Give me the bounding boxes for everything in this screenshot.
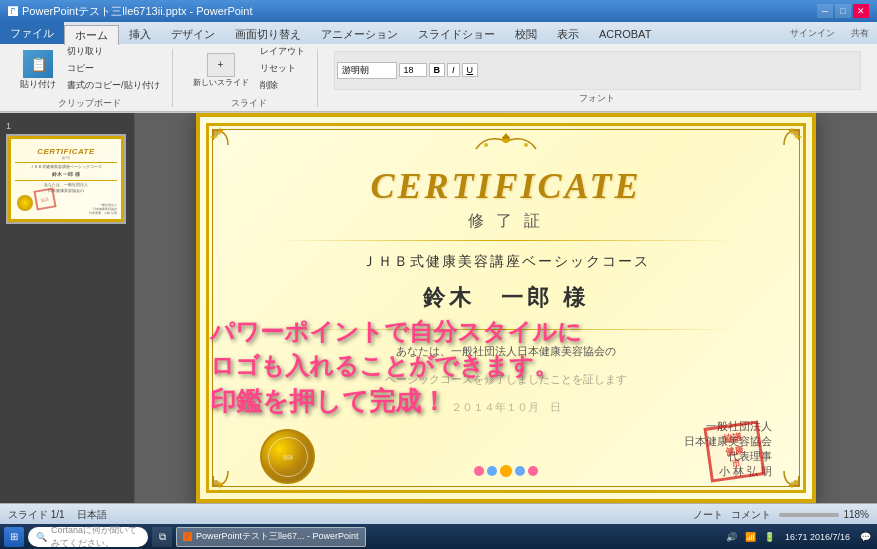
deco-circle-1 xyxy=(474,466,484,476)
font-size-selector[interactable]: 18 xyxy=(399,63,427,77)
maximize-button[interactable]: □ xyxy=(835,4,851,18)
cert-stamp-line2: 健康 xyxy=(725,444,745,459)
cert-thumb-divider2 xyxy=(15,180,117,181)
search-icon: 🔍 xyxy=(36,532,47,542)
slide-number: 1 xyxy=(6,121,128,131)
clipboard-small-btns: 切り取り コピー 書式のコピー/貼り付け xyxy=(63,45,164,95)
zoom-slider[interactable] xyxy=(779,513,839,517)
deco-circle-3 xyxy=(515,466,525,476)
paste-button[interactable]: 📋 貼り付け xyxy=(16,48,60,93)
reset-button[interactable]: リセット xyxy=(256,62,309,78)
corner-tl xyxy=(208,125,248,165)
tab-view[interactable]: 表示 xyxy=(547,24,589,44)
tab-review[interactable]: 校閲 xyxy=(505,24,547,44)
signin-button[interactable]: サインイン xyxy=(782,23,843,44)
share-button[interactable]: 共有 xyxy=(843,23,877,44)
new-slide-label: 新しいスライド xyxy=(193,77,249,88)
search-bar[interactable]: 🔍 Cortanaに何か聞いてみてください。 xyxy=(28,527,148,547)
overlay-line2: ロゴも入れることができます。 xyxy=(210,349,582,383)
slides-btns: + 新しいスライド レイアウト リセット 削除 xyxy=(189,45,309,95)
task-view-button[interactable]: ⧉ xyxy=(152,527,172,547)
corner-decoration-tl xyxy=(208,125,248,165)
slides-label: スライド xyxy=(231,97,267,110)
corner-decoration-tr xyxy=(764,125,804,165)
paste-label: 貼り付け xyxy=(20,78,56,91)
notes-button[interactable]: ノート xyxy=(693,508,723,522)
powerpoint-taskbar-item[interactable]: 🅿 PowerPointテスト三lle67... - PowerPoint xyxy=(176,527,366,547)
tab-slideshow[interactable]: スライドショー xyxy=(408,24,505,44)
top-decoration-svg xyxy=(466,129,546,154)
tray-icon-2[interactable]: 📶 xyxy=(743,529,759,545)
certificate-slide[interactable]: CERTIFICATE 修 了 証 ＪＨＢ式健康美容講座ベーシックコース 鈴木 … xyxy=(196,113,816,503)
cert-thumb-seal xyxy=(17,195,33,211)
overlay-line1: パワーポイントで自分スタイルに xyxy=(210,315,582,349)
cert-divider-top xyxy=(276,240,737,241)
close-button[interactable]: ✕ xyxy=(853,4,869,18)
zoom-level[interactable]: 118% xyxy=(843,509,869,520)
format-painter-button[interactable]: 書式のコピー/貼り付け xyxy=(63,79,164,95)
cert-thumbnail: CERTIFICATE 第7号 ＪＨＢ式健康美容講座ベーシックコース 鈴木 一郎… xyxy=(8,136,124,222)
tab-file[interactable]: ファイル xyxy=(0,22,64,44)
tab-home[interactable]: ホーム xyxy=(64,25,119,45)
cert-thumb-org-text: 一般社団法人 日本健康美容協会 代表理事 小林 弘明 xyxy=(89,203,117,215)
notification-button[interactable]: 💬 xyxy=(857,529,873,545)
cert-seal-inner: 協議 xyxy=(268,437,308,477)
system-clock[interactable]: 16:71 2016/7/16 xyxy=(781,532,854,542)
svg-point-6 xyxy=(524,143,528,147)
cert-course: ＪＨＢ式健康美容講座ベーシックコース xyxy=(362,253,650,271)
start-button[interactable]: ⊞ xyxy=(4,527,24,547)
tab-animations[interactable]: アニメーション xyxy=(311,24,408,44)
task-view-icon: ⧉ xyxy=(159,531,166,543)
window-title: PowerPointテスト三lle6713ii.pptx - PowerPoin… xyxy=(22,4,253,19)
cert-thumb-body2: 日本健康美容協会の xyxy=(13,189,119,194)
search-placeholder: Cortanaに何か聞いてみてください。 xyxy=(51,524,140,550)
font-selector[interactable]: 游明朝 xyxy=(337,62,397,79)
language-indicator: 日本語 xyxy=(77,508,107,522)
cert-thumb-recipient: 鈴木 一郎 様 xyxy=(13,171,119,178)
cert-seal: 協議 xyxy=(260,429,315,484)
cert-recipient: 鈴木 一郎 様 xyxy=(423,283,589,313)
slide-count: スライド 1/1 xyxy=(8,508,65,522)
clipboard-btns: 📋 貼り付け 切り取り コピー 書式のコピー/貼り付け xyxy=(16,45,164,95)
tab-acrobat[interactable]: ACROBAT xyxy=(589,24,661,44)
tray-icon-1[interactable]: 🔊 xyxy=(724,529,740,545)
main-area: 1 CERTIFICATE 第7号 ＪＨＢ式健康美容講座ベーシックコース 鈴木 … xyxy=(0,113,877,503)
minimize-button[interactable]: ─ xyxy=(817,4,833,18)
windows-icon: ⊞ xyxy=(10,531,18,542)
slide-thumbnail[interactable]: CERTIFICATE 第7号 ＪＨＢ式健康美容講座ベーシックコース 鈴木 一郎… xyxy=(6,134,126,224)
cert-thumb-title: CERTIFICATE xyxy=(11,147,121,156)
deco-circle-2 xyxy=(487,466,497,476)
zoom-control: 118% xyxy=(779,509,869,520)
underline-button[interactable]: U xyxy=(462,63,479,77)
slides-group: + 新しいスライド レイアウト リセット 削除 スライド xyxy=(181,49,318,107)
cert-stamp: 協議 健康 市 xyxy=(703,420,765,482)
cert-thumb-org-rep: 代表理事 小林 弘明 xyxy=(89,211,117,215)
italic-button[interactable]: I xyxy=(447,63,460,77)
canvas-area[interactable]: CERTIFICATE 修 了 証 ＪＨＢ式健康美容講座ベーシックコース 鈴木 … xyxy=(135,113,877,503)
font-group-label: フォント xyxy=(579,92,615,105)
slide-panel[interactable]: 1 CERTIFICATE 第7号 ＪＨＢ式健康美容講座ベーシックコース 鈴木 … xyxy=(0,113,135,503)
cert-seal-text: 協議 xyxy=(283,454,293,460)
tab-transitions[interactable]: 画面切り替え xyxy=(225,24,311,44)
cut-button[interactable]: 切り取り xyxy=(63,45,164,61)
cert-thumb-stamp: 協議 xyxy=(33,187,56,210)
delete-button[interactable]: 削除 xyxy=(256,79,309,95)
cert-thumb-divider xyxy=(15,162,117,163)
tab-design[interactable]: デザイン xyxy=(161,24,225,44)
layout-button[interactable]: レイアウト xyxy=(256,45,309,61)
cert-thumb-org: 一般社団法人 日本健康美容協会 代表理事 小林 弘明 xyxy=(89,203,117,215)
comments-button[interactable]: コメント xyxy=(731,508,771,522)
font-controls: 游明朝 18 B I U xyxy=(334,51,861,90)
copy-button[interactable]: コピー xyxy=(63,62,164,78)
new-slide-button[interactable]: + 新しいスライド xyxy=(189,51,253,90)
status-left: スライド 1/1 日本語 xyxy=(8,508,107,522)
bold-button[interactable]: B xyxy=(429,63,446,77)
corner-decoration-bl xyxy=(208,451,248,491)
tab-insert[interactable]: 挿入 xyxy=(119,24,161,44)
overlay-line3: 印鑑を押して完成！ xyxy=(210,383,582,419)
cert-bottom-decoration xyxy=(474,465,538,477)
clipboard-group: 📋 貼り付け 切り取り コピー 書式のコピー/貼り付け クリップボード xyxy=(8,49,173,107)
tray-icon-3[interactable]: 🔋 xyxy=(762,529,778,545)
overlay-text: パワーポイントで自分スタイルに ロゴも入れることができます。 印鑑を押して完成！ xyxy=(210,315,582,419)
corner-bl xyxy=(208,451,248,491)
